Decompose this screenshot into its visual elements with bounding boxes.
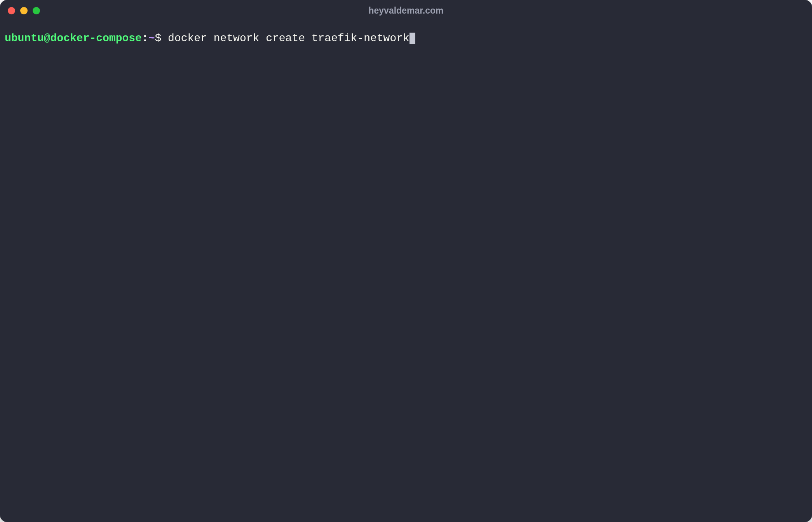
titlebar: heyvaldemar.com bbox=[0, 0, 812, 21]
window-title: heyvaldemar.com bbox=[368, 5, 443, 16]
prompt-dollar: $ bbox=[155, 30, 168, 47]
command-input[interactable]: docker network create traefik-network bbox=[168, 30, 409, 47]
prompt-path: ~ bbox=[148, 30, 155, 47]
prompt-user-host: ubuntu@docker-compose bbox=[5, 30, 142, 47]
maximize-button[interactable] bbox=[33, 7, 40, 14]
terminal-line: ubuntu@docker-compose:~$ docker network … bbox=[5, 30, 807, 47]
terminal-body[interactable]: ubuntu@docker-compose:~$ docker network … bbox=[0, 21, 812, 522]
close-button[interactable] bbox=[8, 7, 15, 14]
minimize-button[interactable] bbox=[20, 7, 28, 14]
traffic-lights bbox=[8, 7, 40, 14]
prompt-colon: : bbox=[142, 30, 148, 47]
cursor-icon bbox=[409, 33, 415, 44]
terminal-window: heyvaldemar.com ubuntu@docker-compose:~$… bbox=[0, 0, 812, 522]
